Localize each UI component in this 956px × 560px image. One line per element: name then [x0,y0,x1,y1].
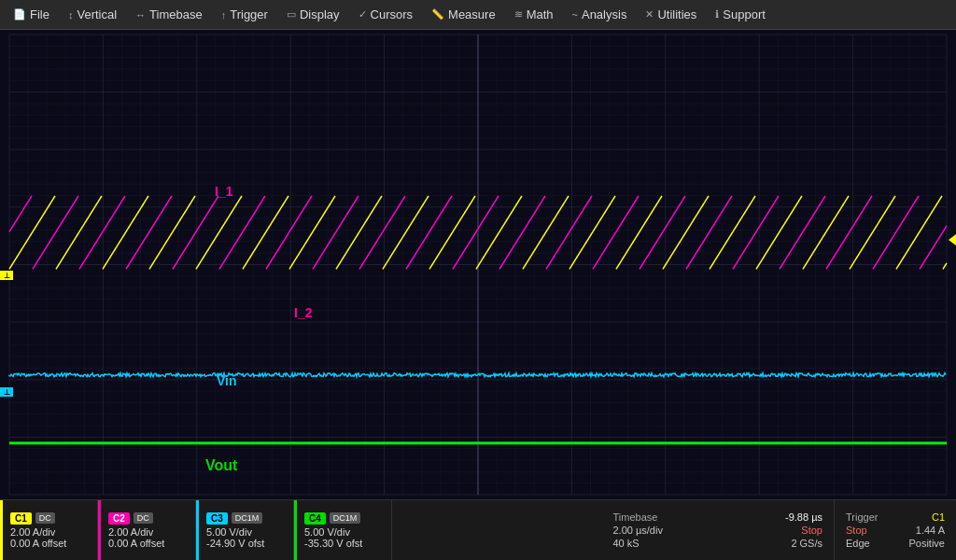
menu-file[interactable]: 📄 File [4,4,59,25]
ch4-offset: -35.30 V ofst [304,538,384,549]
ch3-div: 5.00 V/div [206,526,286,538]
timebase-div: 2.00 µs/div [613,525,663,536]
timebase-section: Timebase -9.88 µs 2.00 µs/div Stop 40 kS… [602,500,836,560]
trigger-level-marker [949,234,956,245]
menu-cursors[interactable]: ✓ Cursors [349,4,423,25]
utilities-icon: ✕ [645,8,654,21]
support-icon: ℹ [715,8,719,21]
scope-grid [0,30,956,499]
label-I2: I_2 [294,305,312,320]
ch2-div: 2.00 A/div [108,526,188,538]
label-Vin: Vin [217,373,237,388]
ground-marker-c1: ⊥ [0,271,13,280]
measure-icon: 📏 [431,8,444,21]
ch-status-c4: C4 DC1M 5.00 V/div -35.30 V ofst [294,500,392,560]
display-icon: ▭ [287,8,296,21]
ch1-badge: C1 [10,512,32,525]
analysis-icon: ~ [572,9,578,21]
ch4-dc-badge: DC1M [330,512,361,524]
ch2-badge: C2 [108,512,130,525]
file-icon: 📄 [13,8,26,21]
ch1-offset: 0.00 A offset [10,538,90,549]
menu-trigger[interactable]: ↑ Trigger [212,4,277,25]
ch1-dc-badge: DC [35,512,55,524]
ch4-div: 5.00 V/div [304,526,384,538]
timebase-icon: ↔ [135,9,146,21]
menu-analysis[interactable]: ~ Analysis [563,4,637,25]
menu-vertical[interactable]: ↕ Vertical [59,4,126,25]
trigger-type: Edge [846,538,870,549]
vertical-icon: ↕ [68,9,74,21]
ch3-badge: C3 [206,512,228,525]
menu-measure[interactable]: 📏 Measure [422,4,505,25]
timebase-samples: 40 kS [613,538,640,549]
cursors-icon: ✓ [358,8,367,21]
trigger-section: Trigger C1 Stop 1.44 A Edge Positive [835,500,956,560]
menu-display[interactable]: ▭ Display [277,4,349,25]
ch4-badge: C4 [304,512,326,525]
ch2-dc-badge: DC [134,512,153,524]
ch-status-c1: C1 DC 2.00 A/div 0.00 A offset [0,500,98,560]
trigger-status: Stop [846,525,867,536]
menu-utilities[interactable]: ✕ Utilities [636,4,706,25]
trigger-icon: ↑ [221,9,227,21]
menu-math[interactable]: ≋ Math [505,4,563,25]
menu-bar: 📄 File ↕ Vertical ↔ Timebase ↑ Trigger ▭… [0,0,956,30]
scope-display[interactable]: I_1 I_2 Vin Vout ⊥ ⊥ [0,30,956,499]
trigger-level: 1.44 A [916,525,945,536]
ch3-offset: -24.90 V ofst [206,538,286,549]
label-Vout: Vout [205,457,237,474]
timebase-rate: 2 GS/s [791,538,822,549]
trigger-title: Trigger [846,511,878,523]
menu-timebase[interactable]: ↔ Timebase [126,4,212,25]
timebase-title: Timebase [613,511,658,523]
trigger-channel: C1 [932,511,945,523]
timebase-stop: Stop [801,525,822,536]
ch1-div: 2.00 A/div [10,526,90,538]
label-I1: I_1 [215,184,232,199]
trigger-slope: Positive [908,538,945,549]
ch-status-c3: C3 DC1M 5.00 V/div -24.90 V ofst [196,500,294,560]
status-spacer [392,500,602,560]
timebase-offset: -9.88 µs [785,511,822,523]
menu-support[interactable]: ℹ Support [706,4,775,25]
ch3-dc-badge: DC1M [232,512,263,524]
math-icon: ≋ [514,8,523,21]
status-bar: C1 DC 2.00 A/div 0.00 A offset C2 DC 2.0… [0,499,956,560]
ch-status-c2: C2 DC 2.00 A/div 0.00 A offset [98,500,196,560]
ground-marker-c3: ⊥ [0,387,13,397]
ch2-offset: 0.00 A offset [108,538,188,549]
